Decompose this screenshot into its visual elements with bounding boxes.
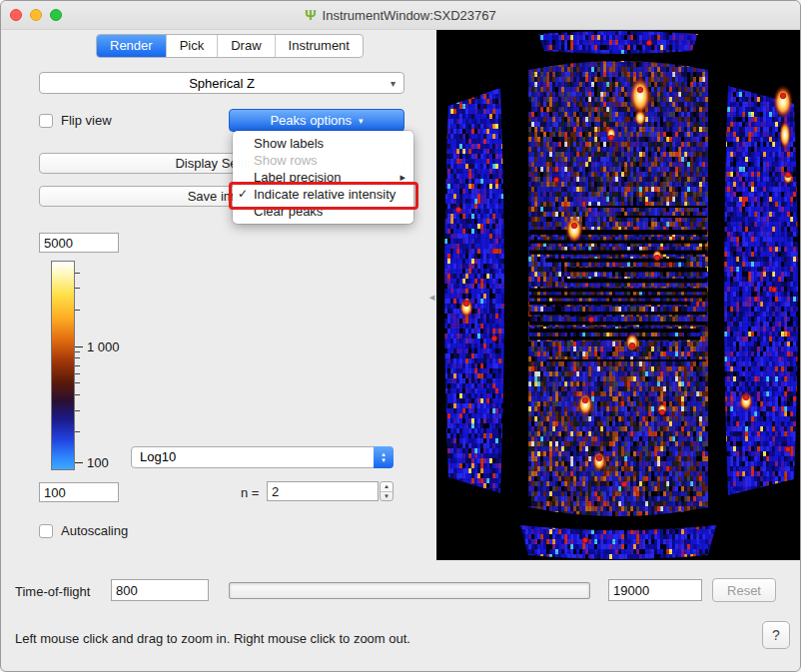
colorbar-tick bbox=[75, 310, 80, 311]
power-spinner[interactable]: ▲ ▼ bbox=[380, 481, 394, 501]
window-title-text: InstrumentWindow:SXD23767 bbox=[323, 8, 496, 23]
chevron-down-icon: ▾ bbox=[359, 116, 364, 126]
menu-item-label-precision[interactable]: Label precision ▸ bbox=[233, 169, 413, 186]
flip-view-row: Flip view bbox=[39, 113, 112, 128]
menu-item-indicate-relative-intensity[interactable]: ✓ Indicate relative intensity bbox=[233, 186, 413, 203]
stepper-down-icon: ▼ bbox=[381, 457, 387, 463]
spinner-down-icon[interactable]: ▼ bbox=[381, 492, 393, 501]
menu-item-label: Show labels bbox=[254, 136, 324, 151]
flip-view-label: Flip view bbox=[61, 113, 112, 128]
tof-max-input[interactable] bbox=[608, 579, 702, 601]
colorbar-major-tick-label: 1 000 bbox=[87, 339, 120, 354]
tab-draw[interactable]: Draw bbox=[218, 35, 275, 57]
menu-item-label: Label precision bbox=[254, 170, 341, 185]
flip-view-checkbox[interactable] bbox=[39, 114, 53, 128]
splitter-arrow-icon: ◂ bbox=[429, 291, 435, 304]
menu-item-label: Clear peaks bbox=[254, 204, 323, 219]
checkmark-icon: ✓ bbox=[238, 186, 252, 203]
menu-item-show-labels[interactable]: Show labels bbox=[233, 135, 413, 152]
peaks-options-menu: Show labels Show rows Label precision ▸ … bbox=[233, 131, 413, 224]
tab-bar: Render Pick Draw Instrument bbox=[96, 34, 364, 58]
reset-button[interactable]: Reset bbox=[712, 578, 776, 602]
colorbar-tick bbox=[75, 431, 80, 432]
autoscaling-label: Autoscaling bbox=[61, 523, 128, 538]
help-text: Left mouse click and drag to zoom in. Ri… bbox=[15, 631, 410, 646]
colorbar-tick bbox=[75, 288, 80, 289]
instrument-window: Ψ InstrumentWindow:SXD23767 Render Pick … bbox=[0, 0, 801, 672]
help-button[interactable]: ? bbox=[762, 621, 790, 649]
menu-item-label: Indicate relative intensity bbox=[254, 187, 396, 202]
menu-item-clear-peaks[interactable]: Clear peaks bbox=[233, 203, 413, 220]
colorbar-tick bbox=[75, 373, 80, 374]
scale-min-input[interactable] bbox=[39, 482, 119, 502]
scale-type-select[interactable]: Log10 ▲ ▼ bbox=[131, 446, 394, 468]
tab-instrument[interactable]: Instrument bbox=[276, 35, 363, 57]
colorbar-tick bbox=[75, 394, 80, 395]
tof-min-input[interactable] bbox=[111, 579, 209, 601]
colorbar-tick bbox=[75, 351, 80, 352]
colorbar-tick bbox=[75, 410, 80, 411]
tof-label: Time-of-flight bbox=[15, 584, 90, 599]
menu-item-show-rows: Show rows bbox=[233, 152, 413, 169]
submenu-arrow-icon: ▸ bbox=[400, 169, 405, 186]
autoscaling-row: Autoscaling bbox=[39, 523, 128, 538]
spinner-up-icon[interactable]: ▲ bbox=[381, 482, 393, 492]
scale-type-value: Log10 bbox=[140, 447, 176, 467]
colorbar[interactable] bbox=[51, 261, 75, 470]
help-button-label: ? bbox=[772, 627, 780, 643]
projection-select[interactable]: Spherical Z ▾ bbox=[39, 72, 404, 94]
reset-button-label: Reset bbox=[727, 583, 761, 598]
tof-slider[interactable] bbox=[229, 582, 590, 599]
peaks-options-label: Peaks options bbox=[270, 113, 352, 128]
colorbar-tick bbox=[75, 365, 80, 366]
colorbar-tick bbox=[75, 382, 80, 383]
colorbar-tick bbox=[75, 357, 80, 358]
instrument-view[interactable] bbox=[436, 30, 801, 560]
colorbar-min-tick-label: 100 bbox=[87, 455, 109, 470]
combo-stepper-icon[interactable]: ▲ ▼ bbox=[374, 446, 394, 468]
power-label: n = bbox=[241, 485, 259, 500]
tab-render[interactable]: Render bbox=[97, 35, 167, 57]
colorbar-tick-major bbox=[75, 346, 83, 347]
tab-pick[interactable]: Pick bbox=[167, 35, 219, 57]
app-icon: Ψ bbox=[305, 7, 316, 23]
projection-select-value: Spherical Z bbox=[189, 76, 255, 91]
colorbar-tick bbox=[75, 273, 80, 274]
titlebar: Ψ InstrumentWindow:SXD23767 bbox=[1, 1, 800, 30]
autoscaling-checkbox[interactable] bbox=[39, 524, 53, 538]
peaks-options-button[interactable]: Peaks options ▾ bbox=[229, 109, 404, 132]
window-title: Ψ InstrumentWindow:SXD23767 bbox=[1, 1, 800, 29]
menu-item-label: Show rows bbox=[254, 153, 318, 168]
chevron-down-icon: ▾ bbox=[391, 78, 396, 89]
power-input[interactable] bbox=[267, 481, 379, 501]
colorbar-tick-major bbox=[75, 462, 83, 463]
scale-max-input[interactable] bbox=[39, 233, 119, 253]
